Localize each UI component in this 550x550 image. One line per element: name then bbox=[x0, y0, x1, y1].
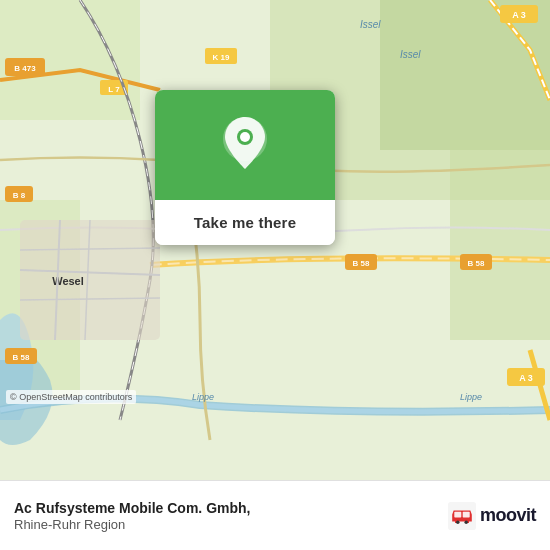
map-container: A 3 A 3 B 473 K 19 L 7 B 8 B 58 B 58 B 5… bbox=[0, 0, 550, 480]
svg-text:Lippe: Lippe bbox=[192, 392, 214, 402]
popup-icon-area bbox=[155, 90, 335, 200]
moovit-bus-icon bbox=[448, 502, 476, 530]
osm-attribution: © OpenStreetMap contributors bbox=[6, 390, 136, 404]
svg-point-33 bbox=[240, 132, 250, 142]
svg-point-38 bbox=[464, 520, 468, 524]
svg-text:B 473: B 473 bbox=[14, 64, 36, 73]
svg-text:B 58: B 58 bbox=[13, 353, 30, 362]
bottom-bar: Ac Rufsysteme Mobile Com. Gmbh, Rhine-Ru… bbox=[0, 480, 550, 550]
svg-text:K 19: K 19 bbox=[213, 53, 230, 62]
svg-text:Issel: Issel bbox=[400, 49, 421, 60]
svg-point-37 bbox=[456, 520, 460, 524]
moovit-brand-text: moovit bbox=[480, 505, 536, 526]
take-me-there-button[interactable]: Take me there bbox=[155, 200, 335, 245]
svg-text:B 58: B 58 bbox=[353, 259, 370, 268]
svg-text:L 7: L 7 bbox=[108, 85, 120, 94]
location-region: Rhine-Ruhr Region bbox=[14, 517, 448, 532]
svg-text:Lippe: Lippe bbox=[460, 392, 482, 402]
svg-text:A 3: A 3 bbox=[519, 373, 533, 383]
location-info: Ac Rufsysteme Mobile Com. Gmbh, Rhine-Ru… bbox=[14, 499, 448, 532]
svg-text:A 3: A 3 bbox=[512, 10, 526, 20]
svg-rect-36 bbox=[463, 511, 470, 517]
svg-text:B 58: B 58 bbox=[468, 259, 485, 268]
svg-text:B 8: B 8 bbox=[13, 191, 26, 200]
location-name: Ac Rufsysteme Mobile Com. Gmbh, bbox=[14, 499, 448, 517]
svg-text:Issel: Issel bbox=[360, 19, 381, 30]
moovit-logo: moovit bbox=[448, 502, 536, 530]
svg-rect-35 bbox=[454, 511, 461, 517]
popup-card: Take me there bbox=[155, 90, 335, 245]
